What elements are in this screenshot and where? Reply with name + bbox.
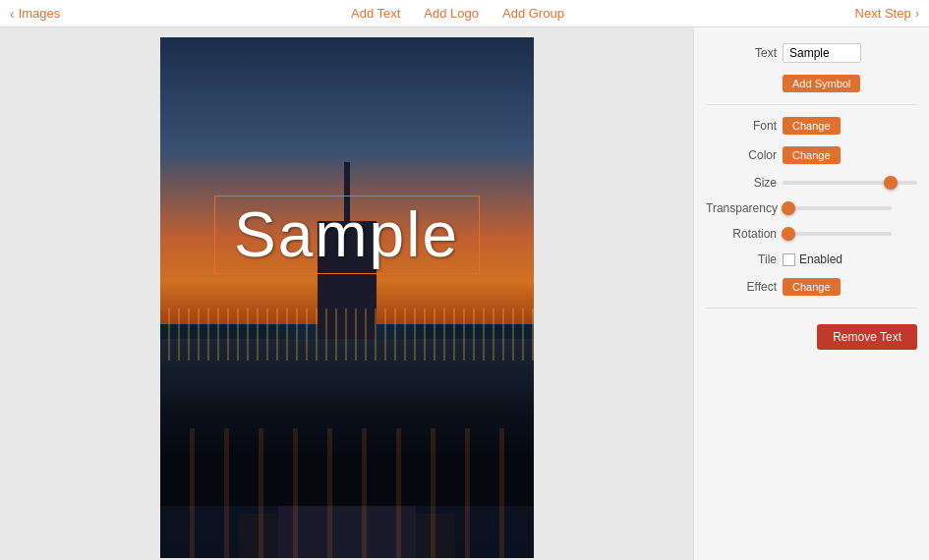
next-arrow-icon: › bbox=[915, 6, 919, 21]
effect-property-row: Effect Change bbox=[706, 278, 917, 296]
font-change-button[interactable]: Change bbox=[783, 117, 841, 135]
color-property-row: Color Change bbox=[706, 146, 917, 164]
text-selection-box[interactable]: Sample bbox=[214, 196, 480, 274]
next-step-label: Next Step bbox=[855, 6, 911, 21]
rotation-property-row: Rotation bbox=[706, 227, 917, 241]
remove-text-row: Remove Text bbox=[706, 320, 917, 350]
effect-change-button[interactable]: Change bbox=[783, 278, 841, 296]
top-bar: ‹ Images Add Text Add Logo Add Group Nex… bbox=[0, 0, 929, 28]
canvas-area: Sample bbox=[0, 28, 693, 560]
add-symbol-row: Add Symbol bbox=[706, 75, 917, 92]
transparency-slider-track[interactable] bbox=[784, 206, 892, 210]
image-container: Sample bbox=[160, 37, 534, 558]
tile-label: Tile bbox=[706, 252, 777, 266]
next-step-button[interactable]: Next Step › bbox=[855, 6, 919, 21]
main-content: Sample Text Add Symbol Font Change Color… bbox=[0, 28, 929, 560]
add-group-link[interactable]: Add Group bbox=[502, 6, 564, 21]
photo-background bbox=[160, 37, 534, 558]
rotation-slider-thumb[interactable] bbox=[782, 227, 795, 241]
color-change-button[interactable]: Change bbox=[783, 146, 841, 164]
size-property-row: Size bbox=[706, 176, 917, 190]
divider-2 bbox=[706, 308, 917, 308]
transparency-slider-thumb[interactable] bbox=[782, 201, 795, 215]
tile-property-row: Tile Enabled bbox=[706, 252, 917, 266]
rotation-slider-track[interactable] bbox=[783, 232, 892, 236]
font-label: Font bbox=[706, 119, 777, 133]
size-slider-thumb[interactable] bbox=[884, 176, 898, 190]
add-text-link[interactable]: Add Text bbox=[351, 6, 400, 21]
back-button[interactable]: ‹ Images bbox=[10, 6, 60, 22]
transparency-slider-container bbox=[784, 206, 917, 210]
nav-center: Add Text Add Logo Add Group bbox=[351, 6, 564, 21]
size-label: Size bbox=[706, 176, 777, 190]
rotation-slider-container bbox=[783, 232, 917, 236]
color-label: Color bbox=[706, 148, 777, 162]
back-label: Images bbox=[19, 6, 61, 21]
transparency-property-row: Transparency bbox=[706, 201, 917, 215]
size-slider-container bbox=[783, 181, 917, 185]
divider-1 bbox=[706, 104, 917, 105]
tile-enabled-label: Enabled bbox=[799, 252, 842, 266]
back-arrow-icon: ‹ bbox=[10, 6, 15, 22]
size-slider-fill bbox=[783, 181, 891, 185]
right-panel: Text Add Symbol Font Change Color Change… bbox=[693, 28, 929, 560]
font-property-row: Font Change bbox=[706, 117, 917, 135]
tile-checkbox[interactable] bbox=[783, 253, 795, 266]
rotation-label: Rotation bbox=[706, 227, 777, 241]
remove-text-button[interactable]: Remove Text bbox=[817, 324, 917, 350]
transparency-label: Transparency bbox=[706, 201, 778, 215]
text-property-row: Text bbox=[706, 43, 917, 63]
text-input[interactable] bbox=[783, 43, 861, 63]
size-slider-track[interactable] bbox=[783, 181, 917, 185]
text-label: Text bbox=[706, 46, 777, 60]
city-lights bbox=[160, 308, 534, 361]
tile-checkbox-row: Enabled bbox=[783, 252, 842, 266]
reflections bbox=[160, 428, 534, 559]
effect-label: Effect bbox=[706, 280, 777, 294]
add-logo-link[interactable]: Add Logo bbox=[424, 6, 479, 21]
add-symbol-button[interactable]: Add Symbol bbox=[783, 75, 860, 92]
overlay-text: Sample bbox=[234, 198, 459, 271]
